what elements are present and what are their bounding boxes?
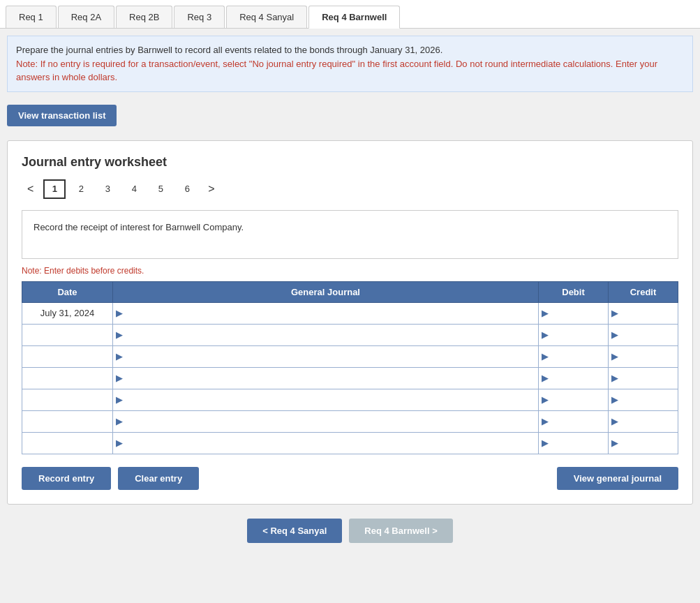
- worksheet-container: Journal entry worksheet < 1 2 3 4 5 6 > …: [7, 140, 693, 505]
- debit-credit-note: Note: Enter debits before credits.: [22, 266, 678, 276]
- arrow-icon-debit-2: ▶: [539, 351, 549, 362]
- journal-input-2[interactable]: [123, 346, 538, 367]
- arrow-icon-credit-4: ▶: [609, 394, 618, 405]
- credit-input-5[interactable]: [618, 411, 678, 432]
- page-6[interactable]: 6: [176, 179, 198, 199]
- table-row: July 31, 2024▶▶▶: [22, 302, 678, 324]
- clear-entry-button[interactable]: Clear entry: [118, 467, 199, 490]
- date-cell-1: [22, 324, 113, 345]
- table-row: ▶▶▶: [22, 367, 678, 389]
- arrow-icon-journal-6: ▶: [113, 438, 123, 448]
- debit-input-4[interactable]: [549, 389, 608, 410]
- credit-input-2[interactable]: [618, 346, 678, 367]
- debit-cell-3[interactable]: ▶: [539, 367, 609, 389]
- arrow-icon-credit-0: ▶: [609, 308, 618, 318]
- arrow-icon-credit-5: ▶: [609, 416, 618, 426]
- arrow-icon-debit-3: ▶: [539, 373, 549, 383]
- arrow-icon-journal-3: ▶: [113, 373, 123, 383]
- date-cell-5: [22, 410, 113, 432]
- credit-input-3[interactable]: [618, 368, 678, 389]
- col-header-journal: General Journal: [113, 281, 539, 302]
- journal-cell-3[interactable]: ▶: [113, 367, 539, 389]
- date-cell-2: [22, 345, 113, 367]
- view-transaction-button[interactable]: View transaction list: [7, 105, 117, 126]
- journal-cell-0[interactable]: ▶: [113, 302, 539, 324]
- tab-req1[interactable]: Req 1: [6, 6, 57, 28]
- debit-input-2[interactable]: [549, 346, 608, 367]
- tab-req4barnwell[interactable]: Req 4 Barnwell: [308, 6, 400, 29]
- debit-input-6[interactable]: [549, 433, 608, 454]
- next-page-button[interactable]: >: [202, 180, 220, 198]
- arrow-icon-debit-6: ▶: [539, 438, 549, 448]
- arrow-icon-journal-2: ▶: [113, 351, 123, 362]
- prev-page-button[interactable]: <: [22, 180, 39, 198]
- worksheet-title: Journal entry worksheet: [22, 155, 678, 170]
- prev-req-button[interactable]: < Req 4 Sanyal: [247, 519, 342, 543]
- tab-req3[interactable]: Req 3: [174, 6, 225, 28]
- bottom-nav: < Req 4 Sanyal Req 4 Barnwell >: [0, 519, 700, 543]
- date-cell-3: [22, 367, 113, 389]
- view-general-journal-button[interactable]: View general journal: [557, 467, 678, 490]
- description-text: Record the receipt of interest for Barnw…: [33, 222, 244, 232]
- col-header-date: Date: [22, 281, 113, 302]
- page-2[interactable]: 2: [70, 179, 92, 199]
- tab-req4sanyal[interactable]: Req 4 Sanyal: [226, 6, 307, 28]
- tabs-bar: Req 1 Req 2A Req 2B Req 3 Req 4 Sanyal R…: [0, 0, 700, 29]
- debit-input-5[interactable]: [549, 411, 608, 432]
- record-entry-button[interactable]: Record entry: [22, 467, 111, 490]
- date-cell-4: [22, 389, 113, 410]
- journal-cell-6[interactable]: ▶: [113, 432, 539, 454]
- page-3[interactable]: 3: [96, 179, 119, 199]
- arrow-icon-debit-5: ▶: [539, 416, 549, 426]
- instructions-note: Note: If no entry is required for a tran…: [16, 59, 657, 83]
- arrow-icon-journal-1: ▶: [113, 329, 123, 340]
- page-4[interactable]: 4: [123, 179, 145, 199]
- debit-input-1[interactable]: [549, 325, 608, 345]
- journal-input-0[interactable]: [123, 303, 538, 324]
- tab-req2a[interactable]: Req 2A: [58, 6, 114, 28]
- journal-input-6[interactable]: [123, 433, 538, 454]
- debit-cell-5[interactable]: ▶: [539, 410, 609, 432]
- credit-cell-6[interactable]: ▶: [609, 432, 678, 454]
- debit-cell-4[interactable]: ▶: [539, 389, 609, 410]
- debit-cell-0[interactable]: ▶: [539, 302, 609, 324]
- arrow-icon-debit-4: ▶: [539, 394, 549, 405]
- debit-cell-1[interactable]: ▶: [539, 324, 609, 345]
- journal-cell-5[interactable]: ▶: [113, 410, 539, 432]
- journal-cell-1[interactable]: ▶: [113, 324, 539, 345]
- credit-input-1[interactable]: [618, 325, 678, 345]
- credit-cell-0[interactable]: ▶: [609, 302, 678, 324]
- journal-cell-4[interactable]: ▶: [113, 389, 539, 410]
- journal-cell-2[interactable]: ▶: [113, 345, 539, 367]
- credit-cell-2[interactable]: ▶: [609, 345, 678, 367]
- credit-input-4[interactable]: [618, 389, 678, 410]
- credit-cell-1[interactable]: ▶: [609, 324, 678, 345]
- credit-input-6[interactable]: [618, 433, 678, 454]
- journal-input-1[interactable]: [123, 325, 538, 345]
- debit-cell-2[interactable]: ▶: [539, 345, 609, 367]
- date-cell-0: July 31, 2024: [22, 302, 113, 324]
- instructions-box: Prepare the journal entries by Barnwell …: [7, 36, 693, 92]
- table-row: ▶▶▶: [22, 389, 678, 410]
- tab-req2b[interactable]: Req 2B: [116, 6, 172, 28]
- credit-cell-5[interactable]: ▶: [609, 410, 678, 432]
- journal-input-3[interactable]: [123, 368, 538, 389]
- debit-cell-6[interactable]: ▶: [539, 432, 609, 454]
- arrow-icon-credit-2: ▶: [609, 351, 618, 362]
- arrow-icon-debit-1: ▶: [539, 329, 549, 340]
- next-req-button: Req 4 Barnwell >: [349, 519, 452, 543]
- col-header-debit: Debit: [539, 281, 609, 302]
- table-row: ▶▶▶: [22, 324, 678, 345]
- debit-input-3[interactable]: [549, 368, 608, 389]
- journal-input-5[interactable]: [123, 411, 538, 432]
- credit-cell-4[interactable]: ▶: [609, 389, 678, 410]
- action-buttons: Record entry Clear entry View general jo…: [22, 467, 678, 490]
- page-5[interactable]: 5: [149, 179, 172, 199]
- col-header-credit: Credit: [609, 281, 678, 302]
- credit-input-0[interactable]: [618, 303, 678, 324]
- page-1[interactable]: 1: [43, 179, 66, 199]
- arrow-icon-credit-3: ▶: [609, 373, 618, 383]
- credit-cell-3[interactable]: ▶: [609, 367, 678, 389]
- journal-input-4[interactable]: [123, 389, 538, 410]
- debit-input-0[interactable]: [549, 303, 608, 324]
